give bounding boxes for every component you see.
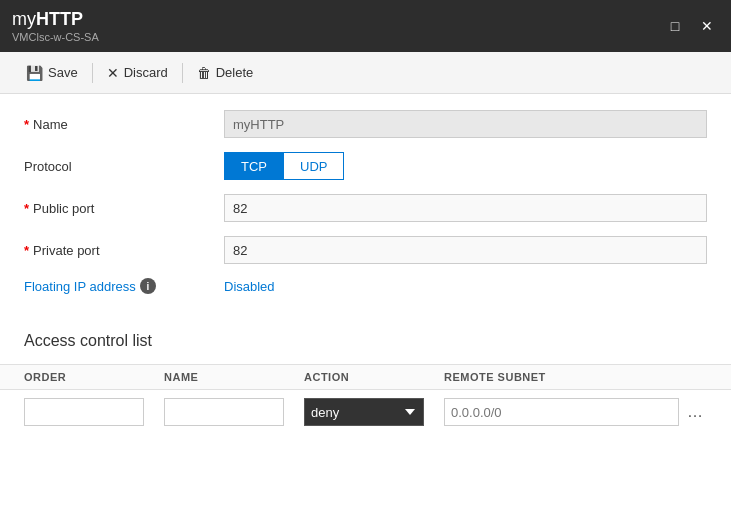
- public-port-control: [224, 194, 707, 222]
- close-button[interactable]: ✕: [695, 14, 719, 38]
- floating-ip-label: Floating IP address i: [24, 278, 224, 294]
- udp-button[interactable]: UDP: [283, 152, 344, 180]
- protocol-control: TCP UDP: [224, 152, 707, 180]
- name-input[interactable]: [224, 110, 707, 138]
- toolbar-separator-1: [92, 63, 93, 83]
- protocol-label: Protocol: [24, 159, 224, 174]
- tcp-button[interactable]: TCP: [224, 152, 283, 180]
- public-port-row: * Public port: [24, 194, 707, 222]
- form-area: * Name Protocol TCP UDP * Public port: [0, 94, 731, 324]
- save-button[interactable]: 💾 Save: [16, 61, 88, 85]
- floating-ip-value: Disabled: [224, 279, 275, 294]
- acl-section: Access control list ORDER NAME ACTION RE…: [0, 332, 731, 434]
- name-control: [224, 110, 707, 138]
- floating-ip-row: Floating IP address i Disabled: [24, 278, 707, 294]
- discard-icon: ✕: [107, 65, 119, 81]
- public-port-input[interactable]: [224, 194, 707, 222]
- protocol-row: Protocol TCP UDP: [24, 152, 707, 180]
- name-row: * Name: [24, 110, 707, 138]
- app-subtitle: VMClsc-w-CS-SA: [12, 31, 99, 43]
- acl-name-input[interactable]: [164, 398, 284, 426]
- acl-subnet-wrapper: …: [444, 398, 707, 426]
- acl-more-button[interactable]: …: [683, 403, 707, 421]
- acl-col-remote-subnet: REMOTE SUBNET: [444, 371, 707, 383]
- acl-col-order: ORDER: [24, 371, 164, 383]
- save-icon: 💾: [26, 65, 43, 81]
- acl-col-action: ACTION: [304, 371, 444, 383]
- discard-button[interactable]: ✕ Discard: [97, 61, 178, 85]
- app-title: myHTTP: [12, 9, 99, 30]
- minimize-button[interactable]: □: [663, 14, 687, 38]
- acl-action-select[interactable]: deny allow: [304, 398, 424, 426]
- name-label: * Name: [24, 117, 224, 132]
- toolbar: 💾 Save ✕ Discard 🗑 Delete: [0, 52, 731, 94]
- floating-ip-info-icon[interactable]: i: [140, 278, 156, 294]
- delete-button[interactable]: 🗑 Delete: [187, 61, 264, 85]
- public-port-label: * Public port: [24, 201, 224, 216]
- acl-section-title: Access control list: [0, 332, 731, 350]
- acl-subnet-input[interactable]: [444, 398, 679, 426]
- delete-icon: 🗑: [197, 65, 211, 81]
- toolbar-separator-2: [182, 63, 183, 83]
- acl-header-row: ORDER NAME ACTION REMOTE SUBNET: [0, 364, 731, 390]
- acl-order-input[interactable]: [24, 398, 144, 426]
- acl-data-row: deny allow …: [0, 390, 731, 434]
- private-port-label: * Private port: [24, 243, 224, 258]
- private-port-control: [224, 236, 707, 264]
- title-bar: myHTTP VMClsc-w-CS-SA □ ✕: [0, 0, 731, 52]
- protocol-group: TCP UDP: [224, 152, 707, 180]
- private-port-row: * Private port: [24, 236, 707, 264]
- floating-ip-control: Disabled: [224, 279, 707, 294]
- window-controls: □ ✕: [663, 14, 719, 38]
- acl-col-name: NAME: [164, 371, 304, 383]
- private-port-input[interactable]: [224, 236, 707, 264]
